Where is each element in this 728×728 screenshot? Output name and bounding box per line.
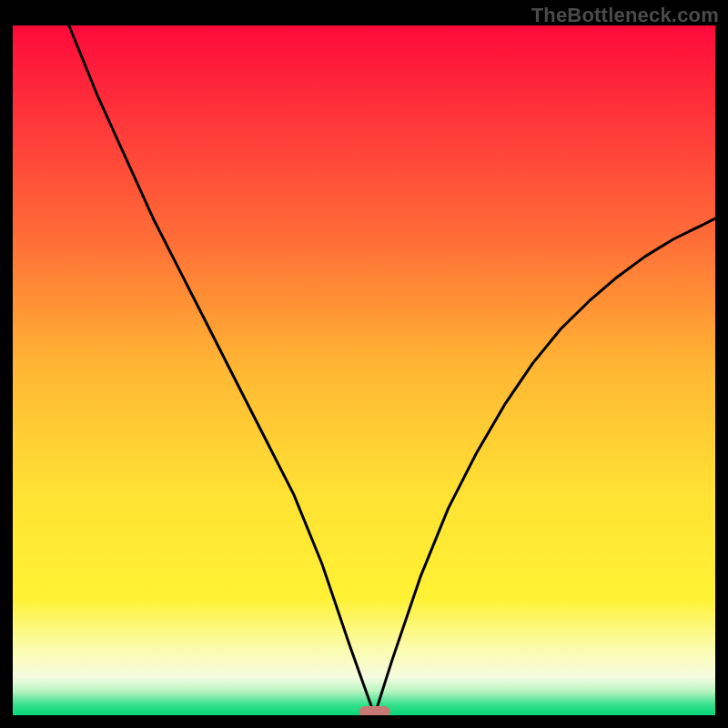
watermark-text: TheBottleneck.com [531, 4, 719, 27]
bottleneck-chart [13, 25, 715, 715]
plot-area [13, 25, 715, 715]
gradient-background [13, 25, 715, 715]
chart-frame: TheBottleneck.com [0, 0, 728, 728]
minimum-marker [359, 706, 390, 715]
